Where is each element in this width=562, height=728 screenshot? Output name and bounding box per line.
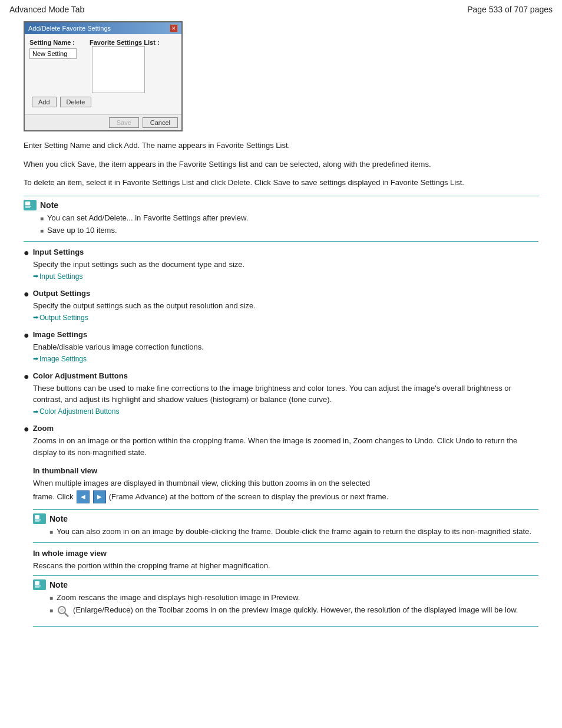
- magnify-icon: [57, 605, 70, 621]
- frame-advance-right-btn[interactable]: ▶: [93, 490, 106, 503]
- description-line1: Enter Setting Name and click Add. The na…: [24, 140, 538, 151]
- note-header-1: Note: [24, 200, 538, 210]
- note-text-1-1: You can set Add/Delete... in Favorite Se…: [47, 213, 248, 223]
- note-item-3-1: ■ Zoom rescans the image and displays hi…: [49, 592, 538, 603]
- section-heading-image: Image Settings: [33, 330, 87, 339]
- section-desc-input: Specify the input settings such as the d…: [33, 259, 538, 271]
- section-heading-row-image: ● Image Settings: [24, 330, 538, 340]
- note-bullet-1-1: ■: [40, 215, 44, 223]
- section-desc-color: These buttons can be used to make fine c…: [33, 383, 538, 406]
- note-box-1: Note ■ You can set Add/Delete... in Favo…: [24, 196, 538, 242]
- note-text-2-1: You can also zoom in on an image by doub…: [57, 526, 531, 537]
- dialog-title-label: Add/Delete Favorite Settings: [28, 25, 111, 32]
- add-button[interactable]: Add: [32, 97, 57, 107]
- note-title-1: Note: [40, 200, 58, 210]
- section-heading-row-output: ● Output Settings: [24, 289, 538, 299]
- page-header: Advanced Mode Tab Page 533 of 707 pages: [0, 0, 562, 17]
- section-heading-row-zoom: ● Zoom: [24, 424, 538, 434]
- link-output-settings[interactable]: Output Settings: [33, 314, 88, 322]
- note-icon-1: [24, 200, 37, 210]
- page-title: Advanced Mode Tab: [9, 5, 84, 14]
- delete-button[interactable]: Delete: [60, 97, 92, 107]
- thumbnail-view-heading: In thumbnail view: [33, 466, 538, 475]
- bullet-dot-output: ●: [24, 289, 29, 299]
- note-item-1-2: ■ Save up to 10 items.: [40, 225, 538, 236]
- dialog-footer: Save Cancel: [25, 114, 181, 130]
- section-color-adjustment: ● Color Adjustment Buttons These buttons…: [24, 371, 538, 416]
- favorite-list-label: Favorite Settings List :: [90, 39, 160, 46]
- section-output-settings: ● Output Settings Specify the output set…: [24, 289, 538, 322]
- note-item-3-2: ■ (Enlarge/Reduce) on the Toolbar zooms …: [49, 605, 538, 621]
- save-button[interactable]: Save: [109, 117, 139, 128]
- svg-point-14: [60, 608, 64, 612]
- section-heading-zoom: Zoom: [33, 424, 54, 433]
- frame-advance-label: (Frame Advance) at the bottom of the scr…: [109, 491, 389, 503]
- note-bullet-3-2: ■: [49, 607, 53, 615]
- svg-line-15: [65, 613, 68, 617]
- thumbnail-desc2-row: frame. Click ◀ ▶ (Frame Advance) at the …: [33, 490, 538, 503]
- note-bullet-1-2: ■: [40, 227, 44, 235]
- dialog-close-button[interactable]: ✕: [170, 24, 178, 32]
- description-line2: When you click Save, the item appears in…: [24, 159, 538, 170]
- link-color-adjustment[interactable]: Color Adjustment Buttons: [33, 407, 119, 416]
- setting-name-label: Setting Name :: [29, 39, 82, 46]
- page-number: Page 533 of 707 pages: [467, 5, 553, 14]
- section-input-settings: ● Input Settings Specify the input setti…: [24, 248, 538, 281]
- section-desc-output: Specify the output settings such as the …: [33, 300, 538, 312]
- section-zoom: ● Zoom Zooms in on an image or the porti…: [24, 424, 538, 458]
- section-desc-zoom: Zooms in on an image or the portion with…: [33, 435, 538, 458]
- whole-image-desc: Rescans the portion within the cropping …: [33, 560, 538, 572]
- cancel-button[interactable]: Cancel: [143, 117, 178, 128]
- note-item-1-1: ■ You can set Add/Delete... in Favorite …: [40, 213, 538, 223]
- add-delete-buttons: Add Delete: [32, 97, 177, 107]
- note-header-3: Note: [33, 579, 538, 590]
- bullet-dot-image: ●: [24, 331, 29, 340]
- description-line3: To delete an item, select it in Favorite…: [24, 177, 538, 189]
- note-box-3: Note ■ Zoom rescans the image and displa…: [33, 575, 538, 627]
- svg-rect-1: [25, 202, 30, 205]
- note-text-3-2-container: (Enlarge/Reduce) on the Toolbar zooms in…: [57, 605, 518, 621]
- note-title-3: Note: [49, 580, 68, 589]
- thumbnail-view-section: In thumbnail view When multiple images a…: [33, 466, 538, 503]
- section-desc-image: Enable/disable various image correction …: [33, 341, 538, 353]
- main-content: Add/Delete Favorite Settings ✕ Setting N…: [0, 17, 562, 644]
- note-header-2: Note: [33, 513, 538, 524]
- setting-name-input[interactable]: [29, 48, 77, 59]
- dialog-screenshot: Add/Delete Favorite Settings ✕ Setting N…: [24, 21, 183, 131]
- note-box-2: Note ■ You can also zoom in on an image …: [33, 509, 538, 543]
- bullet-dot-color: ●: [24, 372, 29, 381]
- link-input-settings[interactable]: Input Settings: [33, 272, 82, 281]
- note-icon-3: [33, 579, 46, 590]
- section-heading-input: Input Settings: [33, 248, 84, 256]
- note-text-1-2: Save up to 10 items.: [47, 225, 117, 236]
- svg-rect-6: [35, 515, 39, 519]
- section-image-settings: ● Image Settings Enable/disable various …: [24, 330, 538, 363]
- thumbnail-desc1: When multiple images are displayed in th…: [33, 477, 538, 489]
- section-heading-row-color: ● Color Adjustment Buttons: [24, 371, 538, 381]
- bullet-dot-zoom: ●: [24, 424, 29, 434]
- section-heading-output: Output Settings: [33, 289, 91, 298]
- note-text-3-2: (Enlarge/Reduce) on the Toolbar zooms in…: [73, 605, 518, 615]
- section-heading-color: Color Adjustment Buttons: [33, 371, 128, 380]
- note-title-2: Note: [49, 514, 68, 523]
- dialog-title-bar: Add/Delete Favorite Settings ✕: [25, 22, 181, 34]
- note-bullet-3-1: ■: [49, 594, 53, 602]
- link-image-settings[interactable]: Image Settings: [33, 355, 87, 363]
- note-bullet-2-1: ■: [49, 528, 53, 536]
- note-icon-2: [33, 513, 46, 524]
- favorite-settings-listbox[interactable]: [92, 46, 145, 93]
- whole-image-heading: In whole image view: [33, 549, 538, 558]
- svg-rect-10: [35, 581, 39, 585]
- frame-advance-left-btn[interactable]: ◀: [77, 490, 90, 503]
- whole-image-section: In whole image view Rescans the portion …: [33, 549, 538, 572]
- note-item-2-1: ■ You can also zoom in on an image by do…: [49, 526, 538, 537]
- dialog-body: Setting Name : Favorite Settings List : …: [25, 34, 181, 114]
- thumbnail-desc2-text: frame. Click: [33, 491, 74, 503]
- section-heading-row-input: ● Input Settings: [24, 248, 538, 258]
- note-text-3-1: Zoom rescans the image and displays high…: [57, 592, 300, 603]
- bullet-dot-input: ●: [24, 248, 29, 258]
